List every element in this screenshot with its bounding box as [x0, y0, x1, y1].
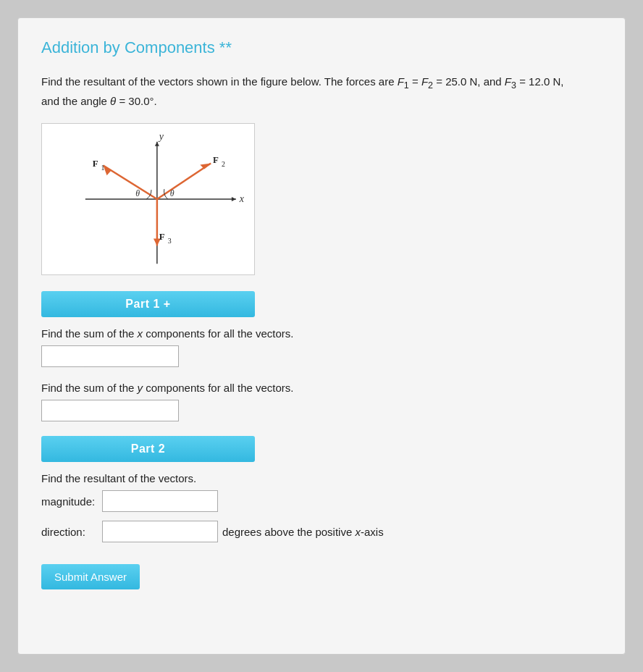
problem-math-inline: F: [398, 75, 404, 88]
svg-line-6: [104, 165, 157, 199]
x-sum-input[interactable]: [41, 345, 179, 367]
y-sum-input[interactable]: [41, 400, 179, 421]
f1-sub: 1: [404, 80, 409, 91]
svg-text:F: F: [159, 232, 165, 242]
svg-text:1: 1: [101, 164, 105, 172]
svg-text:θ: θ: [135, 188, 140, 198]
direction-input[interactable]: [102, 521, 218, 542]
f2-sub: 2: [428, 80, 433, 91]
part2-button[interactable]: Part 2: [41, 436, 255, 462]
vector-figure: x y F 1 θ F 2 θ: [41, 123, 255, 275]
svg-marker-12: [200, 163, 211, 169]
svg-marker-4: [155, 142, 159, 146]
resultant-label: Find the resultant of the vectors.: [41, 472, 602, 484]
svg-text:2: 2: [222, 160, 225, 168]
svg-text:x: x: [239, 193, 245, 204]
svg-text:F: F: [213, 155, 219, 165]
direction-label: direction:: [41, 526, 98, 538]
magnitude-label: magnitude:: [41, 495, 98, 508]
svg-marker-1: [232, 197, 236, 201]
problem-text-before: Find the resultant of the vectors shown …: [41, 75, 398, 88]
direction-suffix: degrees above the positive x-axis: [222, 526, 384, 538]
svg-text:y: y: [158, 131, 164, 142]
magnitude-input[interactable]: [102, 490, 218, 512]
svg-text:θ: θ: [170, 188, 175, 198]
problem-statement: Find the resultant of the vectors shown …: [41, 73, 602, 110]
x-components-label: Find the sum of the x components for all…: [41, 327, 602, 340]
main-card: Addition by Components ** Find the resul…: [17, 17, 626, 655]
part1-button[interactable]: Part 1 +: [41, 291, 255, 317]
svg-text:3: 3: [168, 237, 172, 245]
direction-row: direction: degrees above the positive x-…: [41, 521, 602, 542]
page-title: Addition by Components **: [41, 38, 602, 57]
f3-sub: 3: [511, 80, 516, 91]
svg-line-11: [157, 163, 211, 199]
svg-text:F: F: [93, 159, 98, 169]
problem-text-after: and the angle θ = 30.0°.: [41, 95, 157, 107]
submit-button[interactable]: Submit Answer: [41, 564, 140, 589]
magnitude-row: magnitude:: [41, 490, 602, 512]
y-components-label: Find the sum of the y components for all…: [41, 382, 602, 394]
vector-diagram-svg: x y F 1 θ F 2 θ: [42, 124, 254, 274]
